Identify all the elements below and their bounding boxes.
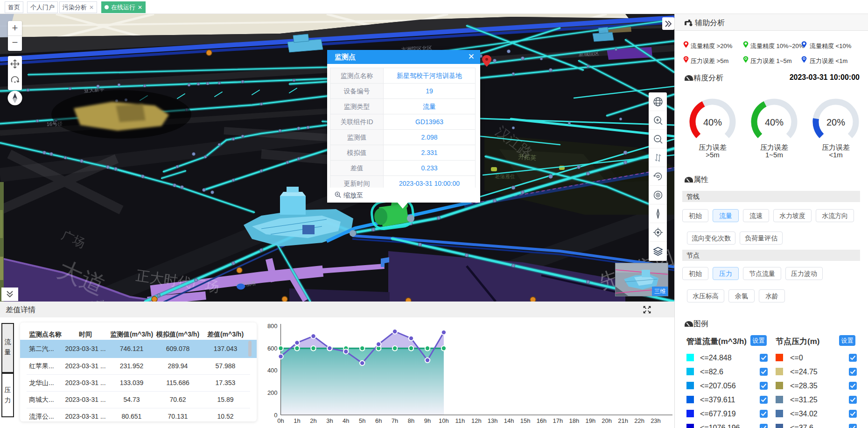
svg-text:800: 800 bbox=[267, 323, 278, 330]
svg-text:4h: 4h bbox=[343, 417, 349, 424]
svg-text:5h: 5h bbox=[359, 417, 365, 424]
svg-text:400: 400 bbox=[267, 367, 278, 374]
svg-text:10h: 10h bbox=[439, 417, 449, 424]
svg-text:22h: 22h bbox=[634, 417, 644, 424]
svg-text:1h: 1h bbox=[294, 417, 300, 424]
svg-text:23h: 23h bbox=[651, 417, 661, 424]
svg-text:老蒲雁住: 老蒲雁住 bbox=[495, 174, 515, 179]
svg-text:16h: 16h bbox=[537, 417, 547, 424]
svg-text:17h: 17h bbox=[553, 417, 563, 424]
svg-text:21h: 21h bbox=[618, 417, 628, 424]
svg-text:15h: 15h bbox=[520, 417, 531, 424]
svg-text:6h: 6h bbox=[375, 417, 382, 424]
svg-text:8h: 8h bbox=[408, 417, 414, 424]
svg-text:20h: 20h bbox=[602, 417, 612, 424]
svg-text:18h: 18h bbox=[569, 417, 579, 424]
svg-text:0h: 0h bbox=[277, 417, 284, 424]
svg-text:13h: 13h bbox=[488, 417, 498, 424]
svg-text:14h: 14h bbox=[504, 417, 514, 424]
svg-text:200: 200 bbox=[267, 389, 278, 396]
svg-text:11h: 11h bbox=[455, 417, 465, 424]
svg-text:9h: 9h bbox=[424, 417, 431, 424]
svg-text:7h: 7h bbox=[392, 417, 398, 424]
svg-text:3h: 3h bbox=[326, 417, 333, 424]
svg-text:12h: 12h bbox=[471, 417, 482, 424]
svg-text:19h: 19h bbox=[585, 417, 595, 424]
svg-text:2h: 2h bbox=[310, 417, 316, 424]
svg-text:600: 600 bbox=[267, 345, 278, 352]
